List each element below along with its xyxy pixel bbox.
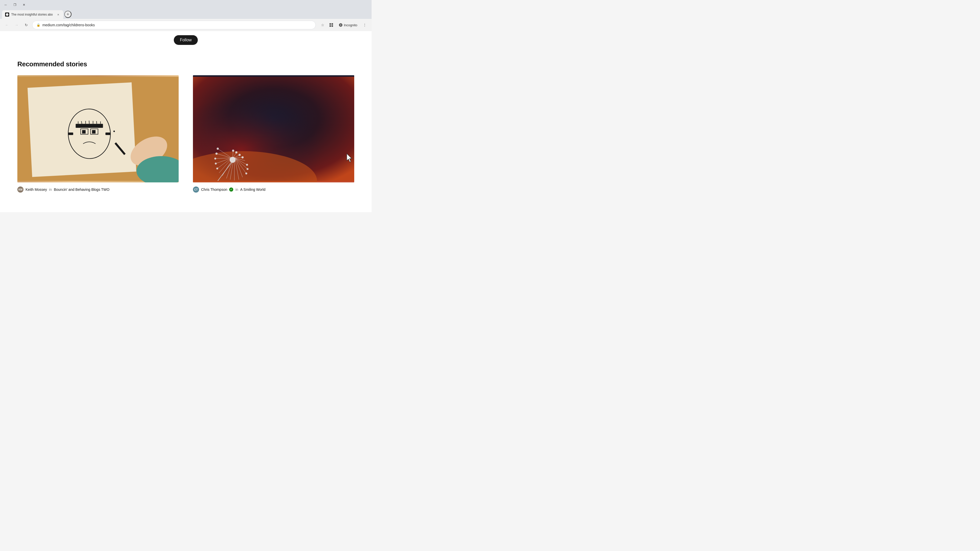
svg-point-21 <box>113 130 115 132</box>
svg-rect-2 <box>329 25 331 27</box>
story-2-pub-name[interactable]: A Smiling World <box>240 187 266 192</box>
nav-actions: ☆ Incognito ⋮ <box>319 21 369 29</box>
forward-button[interactable]: → <box>13 21 21 29</box>
tab-bar: The most insightful stories abo ✕ + <box>0 10 372 19</box>
svg-point-53 <box>215 163 217 165</box>
svg-point-54 <box>216 168 218 169</box>
story-1-author-row: KM Keith Mossey in Bouncin' and Behaving… <box>18 186 179 192</box>
restore-button[interactable]: ❐ <box>11 1 18 8</box>
incognito-badge: Incognito <box>336 22 360 28</box>
extensions-button[interactable] <box>328 21 335 29</box>
story-2-author-row: CT Chris Thompson ✓ in A Smiling World <box>193 186 354 192</box>
svg-point-55 <box>246 164 248 166</box>
story-2-author-name[interactable]: Chris Thompson <box>201 187 227 192</box>
story-2-in-text: in <box>235 187 238 192</box>
url-text: medium.com/tag/childrens-books <box>42 23 311 27</box>
story-1-in-text: in <box>49 187 52 192</box>
svg-rect-11 <box>76 124 103 128</box>
address-bar[interactable]: 🔒 medium.com/tag/childrens-books <box>32 21 316 29</box>
story-image-dandelion <box>193 75 354 183</box>
svg-point-50 <box>217 148 219 150</box>
minimize-button[interactable]: ─ <box>2 1 9 8</box>
page-content: Follow Recommended stories <box>0 31 372 212</box>
page-inner: Follow Recommended stories <box>7 31 364 198</box>
story-card-1[interactable]: KM Keith Mossey in Bouncin' and Behaving… <box>18 75 179 192</box>
browser-nav: ← → ↻ 🔒 medium.com/tag/childrens-books ☆ <box>0 19 372 31</box>
new-tab-button[interactable]: + <box>64 11 72 18</box>
svg-point-52 <box>215 158 216 159</box>
svg-rect-9 <box>82 130 86 134</box>
more-button[interactable]: ⋮ <box>361 21 369 29</box>
svg-point-58 <box>242 156 244 159</box>
recommended-title: Recommended stories <box>18 60 354 68</box>
svg-rect-5 <box>27 83 136 177</box>
story-image-drawing <box>18 75 179 183</box>
tab-title: The most insightful stories abo <box>11 13 54 16</box>
incognito-label: Incognito <box>344 23 357 27</box>
tab-close-button[interactable]: ✕ <box>56 13 60 17</box>
svg-rect-1 <box>331 23 333 25</box>
title-bar: ─ ❐ ✕ <box>0 0 372 10</box>
recommended-section: Recommended stories <box>18 55 354 198</box>
svg-point-59 <box>232 150 234 152</box>
svg-point-56 <box>247 168 248 170</box>
lock-icon: 🔒 <box>37 23 40 27</box>
svg-point-57 <box>245 173 247 175</box>
refresh-button[interactable]: ↻ <box>22 21 30 29</box>
story-1-pub-name[interactable]: Bouncin' and Behaving Blogs TWO <box>54 187 110 192</box>
stories-grid: KM Keith Mossey in Bouncin' and Behaving… <box>18 75 354 192</box>
svg-line-15 <box>89 121 89 124</box>
svg-point-61 <box>239 154 241 156</box>
back-button[interactable]: ← <box>3 21 11 29</box>
verified-icon: ✓ <box>229 187 233 192</box>
story-1-avatar: KM <box>18 186 24 192</box>
story-2-avatar: CT <box>193 186 199 192</box>
svg-rect-19 <box>68 133 73 135</box>
story-1-author-name[interactable]: Keith Mossey <box>25 187 47 192</box>
follow-button[interactable]: Follow <box>174 35 198 45</box>
story-card-2[interactable]: CT Chris Thompson ✓ in A Smiling World <box>193 75 354 192</box>
svg-rect-10 <box>92 130 96 134</box>
tab-favicon <box>5 13 9 17</box>
follow-section: Follow <box>18 31 354 55</box>
svg-rect-0 <box>329 23 331 25</box>
svg-rect-3 <box>331 25 333 27</box>
svg-rect-20 <box>105 133 110 135</box>
favicon-inner <box>6 13 8 16</box>
svg-point-60 <box>235 151 237 153</box>
browser-window: ─ ❐ ✕ The most insightful stories abo ✕ … <box>0 0 372 212</box>
window-controls: ─ ❐ ✕ <box>2 1 27 8</box>
active-tab[interactable]: The most insightful stories abo ✕ <box>2 10 63 19</box>
svg-point-51 <box>215 152 218 155</box>
close-button[interactable]: ✕ <box>21 1 27 8</box>
bookmark-button[interactable]: ☆ <box>319 21 326 29</box>
